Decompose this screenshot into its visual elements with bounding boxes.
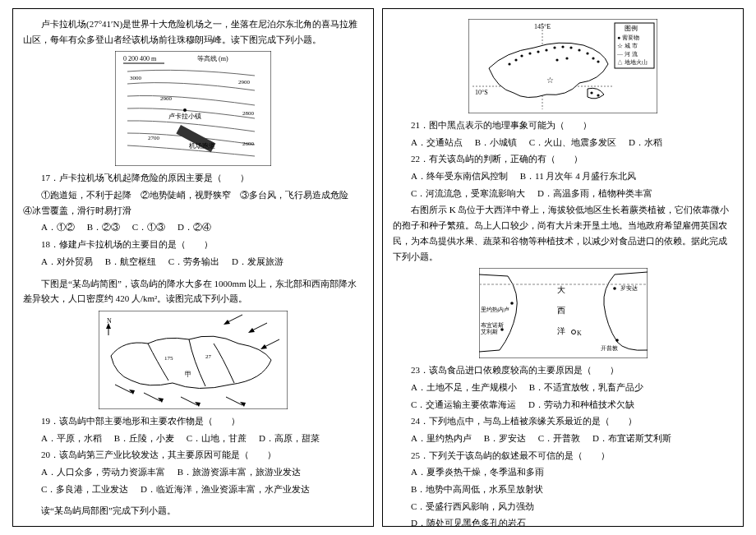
svg-point-44 (578, 48, 580, 51)
svg-point-45 (586, 52, 588, 54)
q19-options: A．平原，水稻 B．丘陵，小麦 C．山地，甘蔗 D．高原，甜菜 (23, 431, 363, 446)
q25-optA: A．夏季炎热干燥，冬季温和多雨 (393, 464, 733, 480)
svg-point-39 (537, 50, 539, 53)
q24-options: A．里约热内卢 B．罗安达 C．开普敦 D．布宜诺斯艾利斯 (393, 431, 733, 446)
q18: 18．修建卢卡拉机场的主要目的是（ ） (23, 237, 363, 252)
legend-row2: ☆ 城 市 (617, 43, 638, 49)
lat-label: 10°S (475, 89, 488, 96)
svg-point-48 (565, 57, 568, 59)
svg-point-40 (545, 48, 547, 51)
q22-options-line2: C．河流流急，受寒流影响大 D．高温多雨，植物种类丰富 (393, 186, 733, 201)
svg-point-50 (590, 91, 592, 94)
city-rio: 里约热内卢 (481, 307, 509, 313)
city-luanda: 罗安达 (620, 285, 638, 292)
svg-point-57 (615, 339, 619, 342)
q25: 25．下列关于该岛屿的叙述最不可信的是（ ） (393, 448, 733, 464)
q24: 24．下列地点中，与岛上植被亲缘关系最近的是（ ） (393, 413, 733, 429)
runway-label: 机场跑道 (189, 142, 215, 150)
svg-point-49 (555, 58, 558, 61)
contour-label: 等高线 (m) (197, 55, 228, 62)
svg-point-41 (553, 46, 555, 48)
svg-text:2800: 2800 (242, 110, 255, 117)
intro-23-25: 右图所示 K 岛位于大西洋中脊上，海拔较低地区生长着蕨类植被，它们依靠微小的孢子… (393, 202, 733, 264)
intro-21-22-footer: 读“某岛屿局部图”完成下列小题。 (23, 503, 363, 519)
city-buenos2: 艾利斯 (481, 329, 498, 335)
q17: 17．卢卡拉机场飞机起降危险的原因主要是（ ） (23, 170, 363, 186)
legend-row1: ● 需要物 (617, 35, 639, 41)
q20-options-line2: C．多良港，工业发达 D．临近海洋，渔业资源丰富，水产业发达 (23, 482, 363, 497)
svg-text:2600: 2600 (242, 141, 255, 147)
ocean-mid: 西 (557, 306, 565, 315)
legend-row4: △ 地地火山 (617, 59, 648, 66)
svg-point-51 (597, 94, 599, 96)
q22-options-line1: A．终年受东南信风控制 B．11 月次年 4 月盛行东北风 (393, 168, 733, 184)
q25-optB: B．地势中高周低，水系呈放射状 (393, 482, 733, 497)
svg-point-8 (183, 108, 187, 112)
svg-point-38 (528, 52, 531, 54)
legend-title: 图例 (625, 25, 638, 32)
q21-options: A．交通站点 B．小城镇 C．火山、地震多发区 D．水稻 (393, 135, 733, 150)
svg-point-36 (514, 58, 517, 61)
q17-reasons: ①跑道短，不利于起降 ②地势陡峭，视野狭窄 ③多台风，飞行易造成危险 ④冰雪覆盖… (23, 187, 363, 218)
svg-text:甲: 甲 (185, 371, 191, 378)
svg-text:2900: 2900 (238, 79, 251, 85)
figure-island-map: 175 27 甲 N (23, 311, 363, 409)
legend-row3: — 河 流 (616, 51, 638, 58)
city-cape: 开普敦 (601, 344, 618, 352)
ocean-top: 大 (557, 285, 565, 294)
q20: 20．该岛屿第三产业比较发达，其主要原因可能是（ ） (23, 447, 363, 463)
svg-point-37 (520, 54, 523, 57)
k-label: K (577, 330, 582, 337)
q17-options: A．①② B．②③ C．①③ D．②④ (23, 219, 363, 235)
svg-point-42 (561, 45, 564, 48)
ocean-bot: 洋 (557, 326, 565, 335)
q23: 23．该岛食品进口依赖度较高的主要原因是（ ） (393, 362, 733, 378)
q21: 21．图中黑点表示的地理事象可能为（ ） (393, 118, 733, 133)
svg-text:2700: 2700 (148, 135, 160, 141)
q18-options: A．对外贸易 B．航空枢纽 C．劳务输出 D．发展旅游 (23, 254, 363, 270)
lukla-town-label: 卢卡拉小镇 (168, 113, 201, 120)
q25-optC: C．受盛行西风影响，风力强劲 (393, 499, 733, 514)
svg-point-54 (510, 302, 514, 305)
svg-point-43 (569, 46, 572, 48)
q25-optD: D．随处可见黑色多孔的岩石 (393, 515, 733, 527)
svg-text:3000: 3000 (130, 75, 142, 81)
q22: 22．有关该岛屿的判断，正确的有（ ） (393, 151, 733, 167)
svg-point-47 (597, 60, 599, 62)
intro-17-18: 卢卡拉机场(27°41′N)是世界十大危险机场之一，坐落在尼泊尔东北角的喜马拉雅… (23, 16, 363, 47)
city-buenos1: 布宜诺斯 (481, 322, 504, 329)
figure-k-island-atlantic: 大 西 洋 里约热内卢 布宜诺斯 艾利斯 罗安达 开普敦 K (393, 268, 733, 358)
q20-options-line1: A．人口众多，劳动力资源丰富 B．旅游资源丰富，旅游业发达 (23, 464, 363, 480)
lon-label: 145°E (534, 23, 551, 30)
svg-text:N: N (107, 317, 112, 325)
intro-19-20: 下图是“某岛屿简图”，该岛屿的降水大多在 1000mm 以上，东北部和西南部降水… (23, 276, 363, 307)
figure-island-local: 145°E 10°S ☆ (393, 19, 733, 113)
svg-text:27: 27 (205, 353, 212, 360)
q23-options-line2: C．交通运输主要依靠海运 D．劳动力和种植技术欠缺 (393, 397, 733, 413)
svg-point-46 (592, 57, 594, 59)
q23-options-line1: A．土地不足，生产规模小 B．不适宜放牧，乳畜产品少 (393, 380, 733, 395)
svg-text:175: 175 (164, 355, 173, 362)
figure-lukla-contour: 0 200 400 m 等高线 (m) 3000 2900 2900 2800 … (23, 51, 363, 166)
svg-text:☆: ☆ (546, 76, 554, 85)
svg-text:2900: 2900 (160, 95, 173, 102)
q19: 19．该岛屿中部主要地形和主要农作物是（ ） (23, 413, 363, 429)
svg-point-56 (613, 287, 616, 290)
svg-point-35 (508, 62, 510, 65)
scale-text: 0 200 400 m (123, 55, 157, 62)
